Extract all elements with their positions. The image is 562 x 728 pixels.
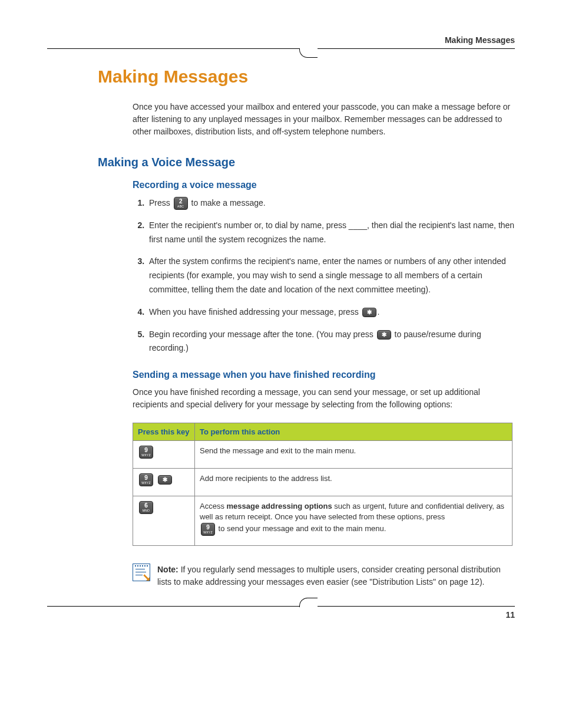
table-row: 9WXYZ Send the message and exit to the m… [133,441,513,469]
step-5-text-a: Begin recording your message after the t… [149,330,376,339]
sending-paragraph: Once you have finished recording a messa… [133,386,515,411]
step-4: When you have finished addressing your m… [147,305,515,319]
table-action: Access message addressing options such a… [195,496,513,545]
table-action: Add more recipients to the address list. [195,469,513,496]
key-6-icon: 6MNO [139,501,153,514]
table-row: 6MNO Access message addressing options s… [133,496,513,545]
note-icon [133,564,150,581]
intro-paragraph: Once you have accessed your mailbox and … [133,101,515,138]
step-1-text-a: Press [149,198,173,207]
note-text: Note: If you regularly send messages to … [157,564,515,588]
table-header-key: Press this key [133,423,195,441]
header-rule [47,48,515,49]
key-9-icon: 9WXYZ [201,523,215,536]
table-row: 9WXYZ ✱ Add more recipients to the addre… [133,469,513,496]
options-table: Press this key To perform this action 9W… [133,423,513,545]
key-9-icon: 9WXYZ [139,473,153,486]
bold-text: message addressing options [227,502,332,510]
key-2-icon: 2ABC [174,197,188,210]
section-title: Making a Voice Message [98,156,515,169]
subsection-sending: Sending a message when you have finished… [133,370,515,380]
step-1-text-b: to make a message. [189,198,266,207]
table-header-action: To perform this action [195,423,513,441]
chapter-title: Making Messages [98,67,515,87]
table-action: Send the message and exit to the main me… [195,441,513,469]
page-number: 11 [47,610,515,620]
step-4-text-b: . [378,307,380,317]
step-3: After the system confirms the recipient'… [147,255,515,297]
key-star-icon: ✱ [362,308,376,317]
running-head: Making Messages [47,35,515,45]
subsection-recording: Recording a voice message [133,180,515,190]
step-2: Enter the recipient's number or, to dial… [147,219,515,247]
key-star-icon: ✱ [158,475,172,485]
note-block: Note: If you regularly send messages to … [133,564,515,588]
step-5: Begin recording your message after the t… [147,328,515,356]
steps-list: Press 2ABC to make a message. Enter the … [133,196,515,355]
note-label: Note: [157,565,178,574]
step-1: Press 2ABC to make a message. [147,196,515,210]
step-4-text-a: When you have finished addressing your m… [149,307,361,317]
key-9-icon: 9WXYZ [139,446,153,459]
key-star-icon: ✱ [377,330,391,340]
footer-rule [47,606,515,607]
